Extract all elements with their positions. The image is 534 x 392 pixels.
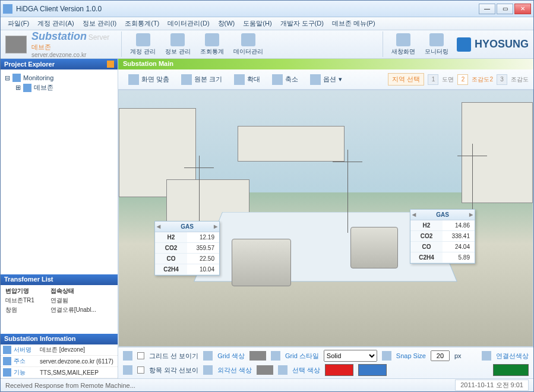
tb-account-manage[interactable]: 계정 관리 [127,32,159,57]
menu-stats[interactable]: 조회통계(T) [121,18,163,29]
table-row[interactable]: 창원 연결오류[Unabl... [3,305,115,315]
grid-icon [181,74,192,85]
menu-account[interactable]: 계정 관리(A) [34,18,78,29]
view-tab-1-label: 도면 [442,75,454,84]
tb-new-window[interactable]: 새창화면 [388,32,419,57]
tb-monitoring[interactable]: 모니터링 [421,32,452,57]
view-tab-2[interactable]: 2 [457,74,468,85]
titlebar: HiDGA Client Version 1.0.0 — ▭ ✕ [1,1,533,17]
menu-info[interactable]: 정보 관리(I) [79,18,120,29]
substation-info-header: Substation Information [1,334,118,344]
grid-color-icon [203,351,213,361]
users-icon [136,33,150,46]
table-row[interactable]: 데브존TR1 연결됨 [3,296,115,305]
tb-stats[interactable]: 조회통계 [197,32,227,57]
chevron-right-icon[interactable]: ▶ [469,212,473,217]
outline-color-link[interactable]: 외각선 색상 [217,366,252,375]
transformer-equipment[interactable] [350,227,398,268]
info-value: 데브존 [devzone] [40,346,115,354]
explorer-title: Project Explorer [4,61,55,68]
tb-data-label: 데이터관리 [233,48,263,56]
tb-info-manage[interactable]: 정보 관리 [162,32,194,57]
menu-window[interactable]: 창(W) [214,18,239,29]
select-color-link[interactable]: 선택 색상 [292,366,320,375]
conn-color-link[interactable]: 연결선색상 [496,352,529,361]
menu-devtools[interactable]: 개발자 도구(D) [277,18,327,29]
snap-size-input[interactable] [431,350,450,361]
brand-sub1: 데브존 [31,43,109,52]
td-name: 창원 [3,305,48,315]
btn-fit-screen[interactable]: 화면 맞춤 [123,72,175,87]
view-tab-3[interactable]: 3 [497,74,507,85]
device-icon [5,36,27,53]
gas-key: H2 [410,220,443,231]
gas-panel-1[interactable]: ◀GAS▶ H212.19 CO2359.57 CO22.50 C2H410.0… [154,221,220,276]
chevron-right-icon[interactable]: ▶ [214,224,217,229]
td-status: 연결오류[Unabl... [48,305,115,315]
th-name: 변압기명 [3,286,48,296]
outline-color-swatch[interactable] [257,365,273,375]
transformer-equipment[interactable] [232,239,291,286]
btn-zoom-in[interactable]: 확대 [229,72,266,87]
menu-file[interactable]: 파일(F) [4,18,33,29]
btn-options[interactable]: 옵션 ▾ [305,72,347,87]
expand-icon[interactable]: ⊞ [15,84,21,91]
outline-toggle-icon [123,365,132,375]
sidebar: Project Explorer ⊟ Monitoring ⊞ 데브존 T [1,59,118,378]
bottom-row-1: 그리드 선 보이기 Grid 색상 Grid 스타일 Solid Snap Si… [123,350,529,362]
chevron-left-icon[interactable]: ◀ [157,224,160,229]
tree-node-devzone[interactable]: ⊞ 데브존 [15,83,114,93]
info-value: server.devzone.co.kr (6117) [40,358,115,365]
grid-style-label: Grid 스타일 [285,352,319,361]
btn-original-size[interactable]: 원본 크기 [176,72,227,87]
close-button[interactable]: ✕ [514,4,531,14]
window-title: HiDGA Client Version 1.0.0 [16,5,479,13]
gas-val: 14.86 [443,220,475,231]
tb-data-manage[interactable]: 데이터관리 [230,32,267,57]
pin-icon[interactable] [107,61,114,68]
gas-key: CO2 [410,231,443,242]
info-row-server: 서버명 데브존 [devzone] [1,344,118,356]
gas-key: C2H4 [410,252,443,263]
view-tab-1[interactable]: 1 [428,74,438,85]
td-name: 데브존TR1 [3,296,48,305]
address-icon [3,357,11,365]
region-select[interactable]: 지역 선택 [388,73,424,86]
info-row-features: 기능 TTS,SMS,MAIL,KEEP [1,367,118,378]
features-icon [3,368,11,377]
select-color-icon [278,365,287,375]
gas-panel-header: ◀GAS▶ [410,210,475,220]
logo-text: HYOSUNG [475,38,529,50]
th-status: 접속상태 [48,286,115,296]
collapse-icon[interactable]: ⊟ [4,74,10,82]
select-color-red[interactable] [325,364,353,376]
menu-devzone[interactable]: 데브존 메뉴(P) [328,18,379,29]
menu-help[interactable]: 도움말(H) [239,18,275,29]
grid-style-select[interactable]: Solid [324,350,377,362]
chevron-left-icon[interactable]: ◀ [412,212,416,217]
brand-title: Substation [31,30,87,42]
substation-canvas[interactable]: ◀GAS▶ H212.19 CO2359.57 CO22.50 C2H410.0… [118,90,533,347]
grid-show-label: 그리드 선 보이기 [149,352,198,361]
select-color-blue[interactable] [358,364,387,376]
gas-panel-2[interactable]: ◀GAS▶ H214.86 CO2338.41 CO24.04 C2H45.89 [410,209,475,264]
gas-val: 359.57 [187,243,219,254]
menu-data[interactable]: 데이터관리(D) [164,18,213,29]
btn-zoom-out[interactable]: 축소 [267,72,304,87]
tb-account-label: 계정 관리 [130,48,156,56]
grid-show-checkbox[interactable] [137,352,144,359]
conn-color-swatch[interactable] [493,364,529,376]
outline-show-checkbox[interactable] [137,366,144,374]
bottom-options-bar: 그리드 선 보이기 Grid 색상 Grid 스타일 Solid Snap Si… [118,347,533,378]
maximize-button[interactable]: ▭ [497,4,513,14]
gas-key: CO2 [155,243,187,254]
monitor-icon [429,33,444,46]
tree-node-monitoring[interactable]: ⊟ Monitoring [4,73,114,83]
conn-color-icon [482,351,491,361]
grid-color-link[interactable]: Grid 색상 [217,352,245,361]
grid-color-swatch[interactable] [249,351,266,361]
tb-newwin-label: 새창화면 [391,48,415,56]
minimize-button[interactable]: — [479,4,495,14]
info-label: 주소 [14,357,37,365]
tb-monitoring-label: 모니터링 [425,48,448,56]
